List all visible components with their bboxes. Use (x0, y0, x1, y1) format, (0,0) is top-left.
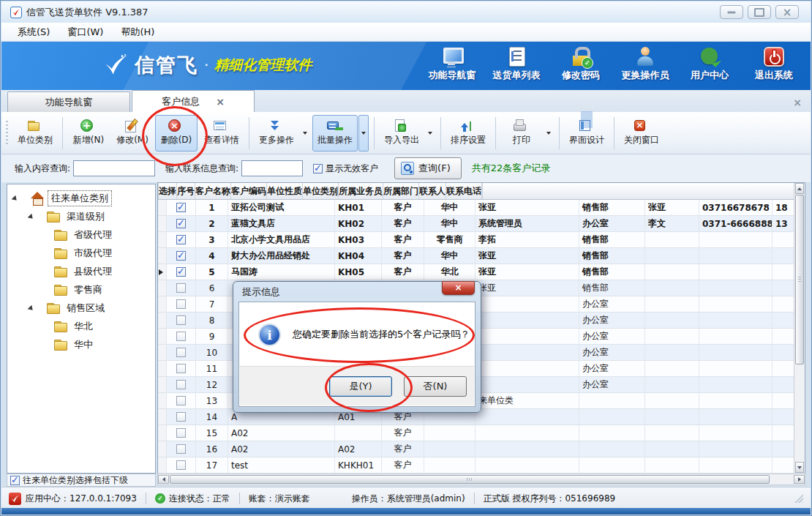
tree-item[interactable]: 渠道级别 (7, 207, 155, 225)
menu-item[interactable]: 帮助(H) (112, 23, 163, 41)
table-header-cell[interactable]: 联系人 (419, 183, 446, 199)
tree-item[interactable]: 省级代理 (7, 225, 155, 244)
row-checkbox[interactable] (176, 251, 186, 261)
row-checkbox[interactable] (176, 283, 186, 293)
tree-expander-icon[interactable] (28, 213, 37, 223)
table-header-cell[interactable]: 客户名称 (195, 183, 231, 199)
row-checkbox[interactable] (176, 396, 186, 405)
table-row[interactable]: 3 北京小学文具用品店 KH03 客户 零售商 李拓 销售部 (158, 232, 805, 248)
row-select-cell[interactable] (167, 200, 196, 215)
horizontal-scroll-thumb[interactable] (170, 475, 770, 484)
tab[interactable]: 客户信息 × (132, 90, 255, 112)
table-row[interactable]: 16 A02 A02 客户 (158, 441, 805, 457)
table-header-cell[interactable]: 序号 (177, 183, 195, 199)
row-checkbox[interactable] (176, 428, 186, 438)
tree-item[interactable]: 华中 (7, 335, 155, 354)
table-row[interactable]: 5 马国涛 KH05 客户 华北 张亚 销售部 (158, 264, 805, 280)
row-select-cell[interactable] (167, 377, 196, 392)
tree-item[interactable]: 华北 (7, 317, 155, 335)
row-checkbox[interactable] (176, 348, 186, 357)
tree-item[interactable]: 往来单位类别 (7, 189, 155, 207)
table-header-cell[interactable]: 所属部门 (383, 183, 419, 199)
contact-query-input[interactable] (241, 160, 303, 176)
row-select-cell[interactable] (167, 296, 196, 312)
toolbar-button[interactable]: 更多操作 (254, 115, 299, 152)
scroll-right-icon[interactable] (794, 475, 805, 484)
toolbar-button[interactable]: 删除(D) (155, 115, 198, 152)
table-row[interactable]: 15 A02 客户 (158, 425, 805, 441)
menu-item[interactable]: 系统(S) (9, 23, 59, 41)
table-row[interactable]: 2 蓝猫文具店 KH02 客户 华中 系统管理员 办公室 李文 0371-666… (158, 216, 805, 232)
row-select-cell[interactable] (167, 457, 196, 473)
toolbar-button[interactable]: 打印 (500, 115, 543, 152)
row-checkbox[interactable] (176, 267, 186, 277)
table-header-cell[interactable]: 单位类别 (303, 183, 339, 199)
banner-action-button[interactable]: 修改密码 (549, 45, 613, 85)
tab[interactable]: 功能导航窗 (7, 91, 130, 112)
scroll-left-icon[interactable] (158, 475, 169, 484)
banner-action-button[interactable]: 更换操作员 (613, 45, 677, 85)
toolbar-dropdown-arrow[interactable] (300, 115, 310, 152)
toolbar-button[interactable]: 批量操作 (312, 115, 358, 152)
banner-action-button[interactable]: 送货单列表 (484, 45, 549, 85)
toolbar-button[interactable]: 排序设置 (446, 115, 491, 152)
table-row[interactable]: 17 test KHKH01 客户 (158, 457, 805, 474)
table-row[interactable]: 4 财大办公用品经销处 KH04 客户 华中 张亚 销售部 (158, 248, 805, 264)
row-checkbox[interactable] (176, 219, 186, 228)
tree-item[interactable]: 市级代理 (7, 244, 155, 262)
vertical-scrollbar[interactable] (794, 183, 805, 473)
table-header-cell[interactable]: 所属业务员 (339, 183, 383, 199)
maximize-button[interactable] (748, 5, 771, 19)
row-select-cell[interactable] (167, 232, 196, 247)
tree-expander-icon[interactable] (12, 195, 21, 204)
tree-item[interactable]: 销售区域 (7, 299, 155, 317)
table-header-cell[interactable]: 选择 (159, 183, 177, 199)
row-checkbox[interactable] (176, 412, 186, 422)
tabstrip-close-icon[interactable]: × (793, 97, 802, 108)
row-select-cell[interactable] (167, 329, 196, 344)
banner-action-button[interactable]: 用户中心 (677, 45, 742, 85)
close-button[interactable] (775, 5, 799, 19)
table-header-cell[interactable] (482, 183, 483, 199)
toolbar-button[interactable]: 修改(M) (111, 115, 154, 152)
table-row[interactable]: 1 亚拓公司测试 KH01 客户 华中 张亚 销售部 张亚 0371667867… (158, 200, 805, 216)
resize-grip-icon[interactable] (794, 494, 803, 503)
toolbar-dropdown-arrow[interactable] (358, 115, 369, 152)
minimize-button[interactable] (720, 5, 743, 19)
scroll-down-icon[interactable] (795, 462, 804, 473)
row-checkbox[interactable] (176, 203, 186, 212)
row-checkbox[interactable] (176, 235, 186, 244)
row-checkbox[interactable] (176, 299, 186, 309)
table-header-cell[interactable]: 客户编码 (231, 183, 267, 199)
toolbar-button[interactable]: 界面设计 (564, 115, 609, 152)
horizontal-scrollbar[interactable] (157, 474, 805, 485)
row-checkbox[interactable] (176, 380, 186, 389)
row-select-cell[interactable] (167, 441, 196, 457)
row-select-cell[interactable] (167, 409, 196, 425)
scroll-up-icon[interactable] (795, 183, 804, 194)
row-select-cell[interactable] (167, 264, 196, 280)
row-checkbox[interactable] (176, 444, 186, 454)
row-checkbox[interactable] (176, 460, 186, 470)
row-select-cell[interactable] (167, 345, 196, 360)
content-query-input[interactable] (73, 160, 155, 176)
tab-close-icon[interactable]: × (216, 97, 225, 107)
tree-item[interactable]: 县级代理 (7, 262, 155, 280)
row-select-cell[interactable] (167, 216, 196, 231)
table-header-cell[interactable]: 单位性质 (267, 183, 303, 199)
banner-action-button[interactable]: 功能导航窗 (420, 45, 484, 85)
toolbar-button[interactable]: 单位类别 (12, 115, 58, 152)
tree-expander-icon[interactable] (28, 304, 37, 314)
row-checkbox[interactable] (176, 315, 186, 325)
toolbar-button[interactable]: 导入导出 (379, 115, 424, 152)
table-header-cell[interactable]: 联系电话 (446, 183, 482, 199)
toolbar-button[interactable]: 关闭窗口 (619, 115, 664, 152)
row-select-cell[interactable] (167, 248, 196, 263)
row-select-cell[interactable] (167, 361, 196, 376)
menu-item[interactable]: 窗口(W) (59, 23, 112, 41)
show-invalid-checkbox[interactable] (313, 164, 323, 173)
row-select-cell[interactable] (167, 313, 196, 328)
toolbar-dropdown-arrow[interactable] (425, 115, 435, 152)
yes-button[interactable]: 是(Y) (329, 376, 392, 397)
row-select-cell[interactable] (167, 425, 196, 441)
